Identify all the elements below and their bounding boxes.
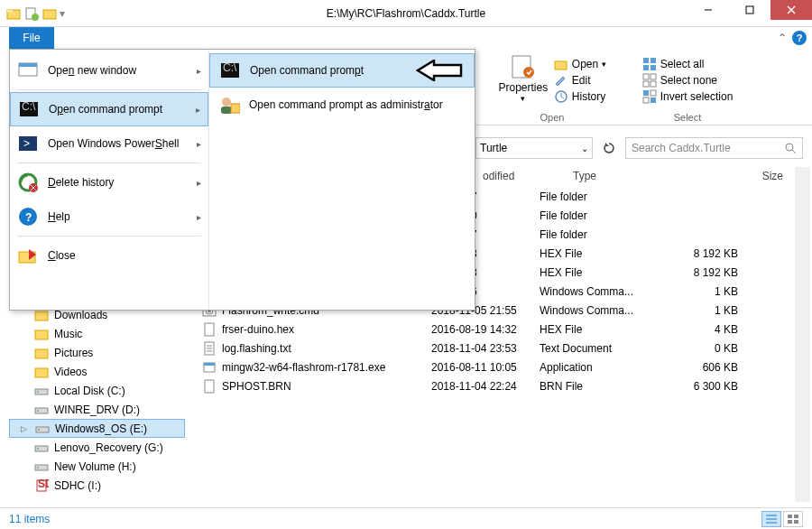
svg-rect-18 — [651, 74, 656, 79]
svg-rect-1 — [7, 10, 13, 13]
svg-rect-55 — [19, 63, 37, 67]
close-button[interactable] — [770, 0, 812, 20]
folder-icon — [34, 346, 49, 360]
svg-rect-77 — [788, 520, 792, 524]
svg-rect-19 — [643, 81, 649, 87]
svg-point-25 — [786, 144, 793, 151]
nav-item[interactable]: New Volume (H:) — [9, 457, 185, 476]
help-icon[interactable]: ? — [792, 31, 807, 45]
search-icon — [784, 142, 797, 154]
file-menu-item[interactable]: C:\Open command prompt▸ — [10, 92, 208, 126]
select-none-button[interactable]: Select none — [642, 73, 734, 88]
table-row[interactable]: mingw32-w64-flashrom-r1781.exe2016-08-11… — [197, 357, 792, 376]
svg-rect-75 — [788, 515, 792, 518]
menu-icon — [17, 172, 39, 193]
chevron-right-icon: ▸ — [197, 212, 201, 222]
qat-divider: ▾ — [60, 7, 65, 20]
status-bar: 11 items — [0, 507, 812, 529]
svg-rect-6 — [746, 6, 753, 14]
svg-rect-20 — [651, 81, 656, 87]
refresh-button[interactable] — [598, 137, 620, 159]
nav-item[interactable]: Videos — [9, 362, 185, 381]
menu-icon — [17, 60, 39, 81]
drive-icon — [34, 403, 49, 417]
chevron-right-icon[interactable]: ▷ — [21, 424, 27, 433]
svg-rect-11 — [555, 61, 567, 70]
svg-point-45 — [37, 410, 39, 412]
svg-rect-41 — [35, 368, 48, 377]
nav-item[interactable]: Local Disk (C:) — [9, 381, 185, 400]
nav-item[interactable]: Lenovo_Recovery (G:) — [9, 438, 185, 457]
properties-button[interactable]: Properties ▾ — [498, 52, 549, 108]
search-input[interactable]: Search Caddx.Turtle — [625, 137, 803, 159]
chevron-right-icon: ▸ — [197, 139, 201, 149]
svg-rect-71 — [231, 104, 240, 113]
file-menu-item[interactable]: Close — [10, 238, 208, 273]
folder-icon — [34, 327, 49, 341]
chevron-down-icon[interactable]: ⌄ — [581, 144, 588, 153]
menu-icon — [218, 94, 240, 116]
drive-icon — [34, 459, 49, 474]
file-submenu-item[interactable]: Open command prompt as administrator — [209, 88, 475, 122]
file-tab[interactable]: File — [9, 27, 54, 49]
svg-rect-39 — [35, 330, 48, 339]
menu-icon: C:\ — [219, 60, 241, 81]
table-row[interactable]: log.flashing.txt2018-11-04 23:53Text Doc… — [197, 339, 792, 357]
select-all-button[interactable]: Select all — [642, 57, 734, 71]
file-menu: Open new window▸C:\Open command prompt▸>… — [9, 49, 475, 311]
file-menu-item[interactable]: >Open Windows PowerShell▸ — [10, 126, 208, 161]
details-view-button[interactable] — [761, 511, 781, 527]
svg-point-3 — [32, 14, 39, 21]
column-headers[interactable]: odified Type Size — [475, 167, 792, 187]
maximize-button[interactable] — [729, 0, 770, 20]
history-button[interactable]: History — [554, 89, 606, 104]
breadcrumb[interactable]: Turtle ⌄ — [475, 137, 593, 159]
svg-text:?: ? — [25, 211, 32, 224]
folder-icon — [34, 365, 49, 379]
svg-point-51 — [37, 467, 39, 469]
file-menu-item[interactable]: Delete history▸ — [10, 165, 208, 200]
minimize-button[interactable] — [687, 0, 729, 20]
window-title: E:\My\RC\Flashrom\Caddx.Turtle — [327, 7, 485, 20]
open-button[interactable]: Open▾ — [554, 57, 606, 71]
svg-text:C:\: C:\ — [22, 101, 36, 113]
folder-icon — [5, 5, 22, 22]
table-row[interactable]: SPHOST.BRN2018-11-04 22:24BRN File6 300 … — [197, 376, 792, 395]
svg-rect-15 — [643, 65, 649, 70]
svg-point-69 — [222, 97, 231, 107]
svg-rect-38 — [35, 311, 48, 320]
file-submenu-item[interactable]: C:\Open command prompt — [209, 53, 475, 88]
nav-item[interactable]: Music — [9, 324, 185, 343]
scrollbar[interactable] — [795, 167, 810, 502]
svg-rect-17 — [643, 74, 649, 79]
edit-button[interactable]: Edit — [554, 73, 606, 88]
nav-item[interactable]: WINRE_DRV (D:) — [9, 400, 185, 419]
svg-point-47 — [38, 429, 40, 431]
ribbon: Properties ▾ Open▾ Edit History Open Sel… — [475, 49, 812, 125]
menu-icon: ? — [17, 206, 39, 227]
nav-item[interactable]: Pictures — [9, 343, 185, 362]
file-menu-item[interactable]: ?Help▸ — [10, 200, 208, 234]
invert-selection-button[interactable]: Invert selection — [642, 89, 734, 104]
ribbon-collapse-icon[interactable]: ⌃ — [778, 32, 787, 44]
drive-icon — [34, 384, 49, 398]
svg-rect-13 — [643, 58, 649, 63]
menu-icon: > — [17, 133, 39, 154]
svg-rect-22 — [651, 90, 656, 96]
menu-icon: C:\ — [18, 98, 40, 120]
nav-item[interactable]: ▷Windows8_OS (E:) — [9, 419, 185, 438]
svg-line-26 — [792, 150, 796, 153]
svg-text:>: > — [23, 137, 30, 150]
svg-rect-37 — [205, 380, 214, 393]
svg-rect-78 — [794, 520, 798, 524]
qat-new-icon[interactable] — [23, 5, 40, 22]
svg-point-43 — [37, 391, 39, 393]
titlebar: ▾ E:\My\RC\Flashrom\Caddx.Turtle — [0, 0, 812, 27]
menu-icon — [17, 245, 39, 266]
chevron-right-icon: ▸ — [197, 66, 201, 76]
file-menu-item[interactable]: Open new window▸ — [10, 53, 208, 88]
icons-view-button[interactable] — [783, 511, 803, 527]
table-row[interactable]: frser-duino.hex2016-08-19 14:32HEX File4… — [197, 320, 792, 339]
file-icon — [202, 379, 217, 394]
nav-item[interactable]: SDSDHC (I:) — [9, 476, 185, 495]
